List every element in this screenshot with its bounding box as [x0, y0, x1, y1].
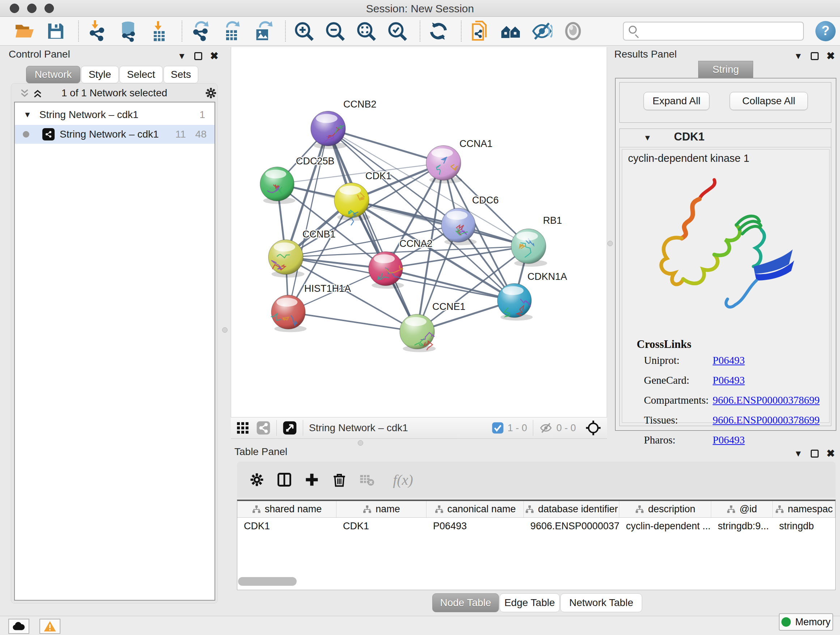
column-header-database-identifier[interactable]: database identifier	[524, 501, 619, 517]
column-header-canonical-name[interactable]: canonical name	[426, 501, 524, 517]
gene-description: cyclin-dependent kinase 1	[628, 152, 749, 165]
crosslink-link[interactable]: P06493	[713, 355, 745, 366]
cloud-status-button[interactable]	[8, 619, 29, 634]
annotation-button[interactable]	[468, 20, 491, 42]
tab-sets[interactable]: Sets	[164, 66, 198, 83]
zoom-out-icon	[325, 21, 346, 42]
maximize-panel-icon[interactable]	[811, 52, 819, 60]
network-node-CCNA2[interactable]	[369, 252, 403, 286]
selected-checkbox-icon[interactable]	[492, 422, 504, 434]
tab-node-table[interactable]: Node Table	[432, 593, 499, 612]
selected-node-edge-count: 1 - 0	[508, 423, 527, 434]
gray-eye-icon	[563, 21, 583, 41]
grid-view-icon[interactable]	[236, 421, 249, 435]
column-header-description[interactable]: description	[619, 501, 711, 517]
refresh-icon	[428, 21, 449, 42]
table-cell: P06493	[426, 518, 524, 534]
zoom-fit-button[interactable]	[355, 20, 378, 42]
network-node-CCNA1[interactable]	[426, 146, 461, 180]
column-header-shared-name[interactable]: shared name	[237, 501, 336, 517]
string-network-icon	[42, 128, 55, 141]
table-row[interactable]: CDK1CDK1P064939606.ENSP00000378699cyclin…	[237, 518, 835, 534]
node-label-CDK1: CDK1	[365, 171, 392, 181]
import-network-database-button[interactable]	[117, 20, 140, 42]
network-row-selected[interactable]: String Network – cdk1 11 48	[15, 125, 215, 144]
close-panel-icon[interactable]: ✖	[827, 50, 835, 62]
network-node-RB1[interactable]	[511, 229, 546, 264]
network-canvas[interactable]: CCNB2CCNA1CDC25BCDK1CDC6RB1CCNB1CCNA2CDK…	[231, 47, 607, 417]
tab-string[interactable]: String	[698, 61, 753, 78]
gene-details: cyclin-dependent kinase 1	[622, 149, 829, 423]
birdseye-view-icon[interactable]	[283, 421, 297, 435]
float-panel-icon[interactable]: ▼	[178, 51, 186, 61]
import-network-file-button[interactable]	[85, 20, 109, 42]
zoom-out-button[interactable]	[324, 20, 347, 42]
network-collection-row[interactable]: ▼ String Network – cdk1 1	[15, 105, 215, 124]
network-node-CDC6[interactable]	[441, 208, 475, 242]
memory-button[interactable]: Memory	[779, 613, 833, 631]
network-node-CCNB2[interactable]	[311, 111, 346, 146]
open-session-button[interactable]	[13, 20, 36, 42]
show-columns-button[interactable]	[273, 469, 295, 491]
separator	[303, 420, 303, 436]
bottom-splitter-handle[interactable]	[358, 440, 363, 446]
tab-style[interactable]: Style	[81, 66, 118, 83]
close-panel-icon[interactable]: ✖	[210, 50, 218, 62]
horizontal-scrollbar-thumb[interactable]	[238, 577, 297, 586]
add-column-button[interactable]	[301, 469, 323, 491]
network-view-mode-icon[interactable]	[256, 421, 271, 435]
column-header-name[interactable]: name	[336, 501, 426, 517]
zoom-in-icon	[294, 21, 314, 42]
zoom-in-button[interactable]	[292, 20, 316, 42]
left-splitter-handle[interactable]	[222, 327, 227, 333]
network-node-CCNB1[interactable]	[268, 240, 303, 274]
separator	[276, 420, 277, 436]
maximize-panel-icon[interactable]	[194, 52, 202, 60]
expand-all-button[interactable]: Expand All	[644, 92, 709, 110]
crosshair-icon[interactable]	[585, 420, 601, 436]
delete-column-button[interactable]	[328, 469, 351, 491]
export-image-button[interactable]	[251, 20, 274, 42]
show-eye-button[interactable]	[561, 20, 584, 42]
gear-icon[interactable]	[204, 87, 218, 100]
string-home-button[interactable]	[499, 20, 523, 42]
warning-status-button[interactable]	[39, 619, 60, 634]
float-panel-icon[interactable]: ▼	[794, 51, 803, 61]
crosslink-link[interactable]: 9606.ENSP00000378699	[713, 394, 820, 406]
edge-count: 48	[195, 128, 207, 140]
column-header--id[interactable]: @id	[711, 501, 772, 517]
maximize-panel-icon[interactable]	[811, 450, 819, 458]
refresh-view-button[interactable]	[427, 20, 450, 42]
crosslink-link[interactable]: 9606.ENSP00000378699	[713, 414, 820, 426]
collapse-triangle-icon[interactable]: ▼	[24, 110, 32, 119]
crosslink-link[interactable]: P06493	[713, 374, 745, 386]
tab-select[interactable]: Select	[119, 66, 163, 83]
search-input[interactable]	[623, 22, 804, 41]
node-table[interactable]: shared namenamecanonical namedatabase id…	[237, 500, 836, 590]
function-builder-button-disabled: f(x)	[383, 469, 423, 491]
save-session-button[interactable]	[44, 20, 67, 42]
network-node-CCNE1[interactable]	[400, 314, 434, 350]
tab-edge-table[interactable]: Edge Table	[500, 593, 560, 612]
crosslink-link[interactable]: P06493	[713, 434, 745, 446]
annotation-document-icon	[469, 21, 490, 42]
tab-network[interactable]: Network	[26, 66, 80, 83]
column-header-namespac[interactable]: namespac	[773, 501, 835, 517]
network-node-HIST1H1A[interactable]	[271, 295, 305, 329]
crosslink-row: Tissues:9606.ENSP00000378699	[644, 414, 825, 434]
zoom-selected-button[interactable]	[386, 20, 409, 42]
section-collapse-icon[interactable]: ▼	[644, 133, 652, 143]
table-options-button[interactable]	[246, 469, 268, 491]
hide-glyphs-button[interactable]	[531, 20, 554, 42]
export-table-button[interactable]	[220, 20, 243, 42]
collapse-all-button[interactable]: Collapse All	[729, 92, 808, 110]
close-panel-icon[interactable]: ✖	[827, 448, 835, 459]
help-button[interactable]: ?	[815, 21, 836, 41]
export-network-button[interactable]	[189, 20, 212, 42]
tab-network-table[interactable]: Network Table	[561, 593, 642, 612]
network-node-CDKN1A[interactable]	[497, 283, 531, 318]
float-panel-icon[interactable]: ▼	[794, 448, 803, 459]
import-table-button[interactable]	[148, 20, 171, 42]
network-node-CDC25B[interactable]	[260, 167, 294, 201]
hidden-eye-slash-icon	[539, 421, 553, 435]
